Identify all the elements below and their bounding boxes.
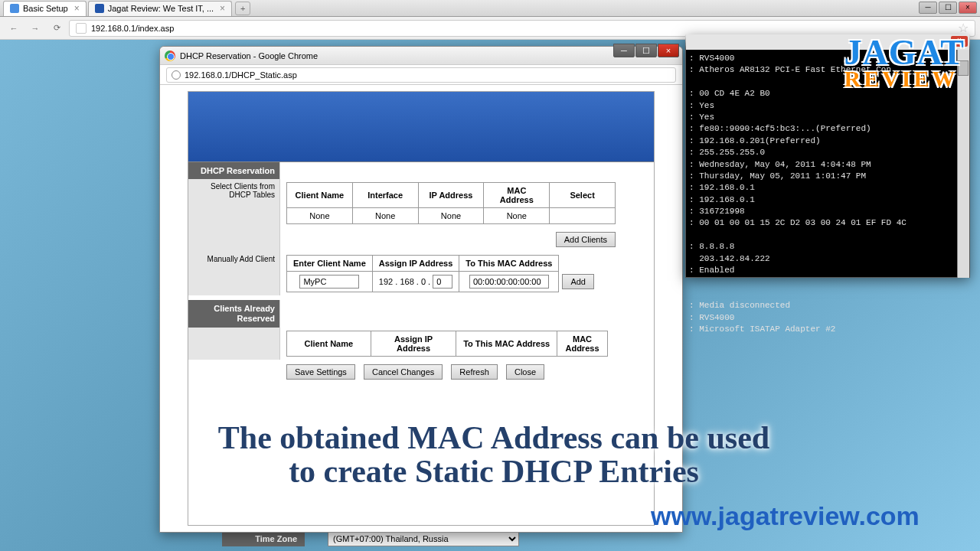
url-favicon	[76, 23, 87, 34]
table-row: 192 . 168 . 0 . Add	[287, 272, 597, 292]
manual-add-table: Enter Client Name Assign IP Address To T…	[286, 255, 597, 292]
select-clients-label: Select Clients from DHCP Tables	[188, 179, 280, 227]
ip-oct3: 0	[421, 277, 426, 286]
timezone-label: Time Zone	[222, 531, 305, 546]
popup-maximize-button[interactable]: ☐	[635, 44, 657, 57]
timezone-select[interactable]: (GMT+07:00) Thailand, Russia	[328, 531, 519, 546]
new-tab-button[interactable]: +	[235, 2, 250, 15]
ip-oct2: 168	[400, 277, 413, 286]
add-button[interactable]: Add	[562, 274, 594, 289]
url-text: 192.168.0.1/index.asp	[91, 24, 174, 33]
popup-address-bar: 192.168.0.1/DHCP_Static.asp	[160, 65, 682, 85]
close-button[interactable]: Close	[506, 364, 544, 380]
jagat-logo-overlay: JAGAT REVIEW	[844, 37, 965, 89]
chrome-icon	[165, 51, 175, 61]
router-header-banner	[188, 92, 654, 162]
tab-title: Basic Setup	[23, 4, 68, 13]
tab-favicon	[10, 4, 19, 13]
popup-minimize-button[interactable]: ─	[613, 44, 635, 57]
section-heading: DHCP Reservation	[188, 162, 280, 179]
add-clients-button[interactable]: Add Clients	[556, 232, 616, 247]
col-client-name: Client Name	[287, 331, 371, 357]
ip-oct4-input[interactable]	[433, 275, 452, 289]
col-mac: MAC Address	[557, 331, 608, 357]
col-enter-client: Enter Client Name	[287, 256, 373, 272]
globe-icon	[172, 70, 181, 80]
save-settings-button[interactable]: Save Settings	[286, 364, 355, 380]
browser-tab-basic-setup[interactable]: Basic Setup ×	[3, 1, 87, 16]
window-minimize-button[interactable]: ─	[919, 2, 937, 14]
browser-tab-strip: Basic Setup × Jagat Review: We Test IT, …	[0, 0, 980, 17]
mac-input[interactable]	[469, 275, 549, 289]
reserved-heading: Clients Already Reserved	[188, 300, 280, 328]
tab-close-icon[interactable]: ×	[74, 3, 80, 14]
link-overlay: www.jagatreview.com	[651, 501, 920, 531]
cmd-output: : RVS4000 : Atheros AR8132 PCI-E Fast Et…	[686, 50, 969, 338]
reload-button[interactable]: ⟳	[47, 20, 66, 37]
tab-favicon	[95, 4, 104, 13]
manual-add-label: Manually Add Client	[188, 252, 280, 295]
cancel-changes-button[interactable]: Cancel Changes	[364, 364, 443, 380]
col-interface: Interface	[352, 183, 418, 208]
popup-title-text: DHCP Reservation - Google Chrome	[180, 51, 318, 60]
col-client-name: Client Name	[287, 183, 353, 208]
col-ip: IP Address	[418, 183, 484, 208]
popup-titlebar[interactable]: DHCP Reservation - Google Chrome ─ ☐ ×	[160, 47, 682, 65]
col-assign-ip: Assign IP Address	[372, 256, 459, 272]
back-button[interactable]: ←	[5, 20, 23, 37]
popup-url-input[interactable]: 192.168.0.1/DHCP_Static.asp	[166, 67, 676, 83]
ip-oct1: 192	[379, 277, 393, 286]
browser-tab-jagat[interactable]: Jagat Review: We Test IT, ... ×	[88, 1, 232, 16]
window-maximize-button[interactable]: ☐	[939, 2, 957, 14]
action-button-row: Save Settings Cancel Changes Refresh Clo…	[188, 360, 654, 387]
reserved-table: Client Name Assign IP Address To This MA…	[286, 331, 608, 357]
col-to-mac: To This MAC Address	[456, 331, 557, 357]
dhcp-clients-table: Client Name Interface IP Address MAC Add…	[286, 182, 616, 224]
caption-overlay: The obtained MAC Address can be used to …	[92, 421, 896, 488]
popup-url-text: 192.168.0.1/DHCP_Static.asp	[185, 70, 297, 80]
client-name-input[interactable]	[299, 275, 359, 289]
tab-close-icon[interactable]: ×	[220, 3, 225, 14]
popup-close-button[interactable]: ×	[658, 44, 679, 57]
col-to-mac: To This MAC Address	[459, 256, 559, 272]
tab-title: Jagat Review: We Test IT, ...	[108, 4, 214, 13]
col-select: Select	[550, 183, 616, 208]
col-assign-ip: Assign IP Address	[371, 331, 456, 357]
refresh-button[interactable]: Refresh	[451, 364, 498, 380]
forward-button[interactable]: →	[26, 20, 44, 37]
col-mac: MAC Address	[484, 183, 550, 208]
window-close-button[interactable]: ×	[959, 2, 977, 14]
table-row: None None None None	[287, 208, 616, 224]
